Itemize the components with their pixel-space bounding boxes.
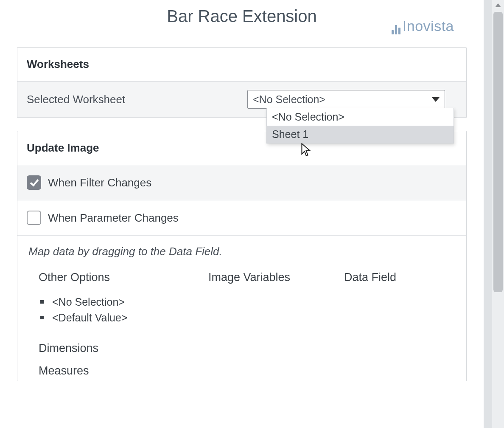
worksheet-option-sheet1[interactable]: Sheet 1 [267,126,454,143]
brand-bars-icon [392,23,400,34]
mapping-instruction: Map data by dragging to the Data Field. [17,236,466,261]
worksheets-header: Worksheets [17,48,466,82]
selected-worksheet-label: Selected Worksheet [27,93,247,106]
worksheets-panel: Worksheets Selected Worksheet <No Select… [17,47,467,118]
other-item-default-value[interactable]: <Default Value> [40,310,198,326]
worksheet-option-none[interactable]: <No Selection> [267,108,454,126]
measures-heading: Measures [28,358,198,381]
mapping-columns: Other Options <No Selection> <Default Va… [17,261,466,381]
scrollbar-track[interactable] [492,0,504,428]
param-changes-row[interactable]: When Parameter Changes [17,200,466,236]
header: Bar Race Extension Inovista [0,0,484,43]
other-options-list: <No Selection> <Default Value> [40,294,198,326]
window-right-edge [484,0,492,428]
dimensions-heading: Dimensions [28,336,198,358]
filter-changes-checkbox[interactable] [27,175,41,190]
worksheet-select[interactable]: <No Selection> [247,90,445,109]
brand-logo: Inovista [392,18,454,34]
chevron-down-icon [432,97,440,102]
other-item-no-selection[interactable]: <No Selection> [40,294,198,310]
filter-changes-label: When Filter Changes [48,176,151,189]
update-image-panel: Update Image When Filter Changes When Pa… [17,131,467,381]
param-changes-label: When Parameter Changes [48,211,179,225]
filter-changes-row[interactable]: When Filter Changes [17,165,466,200]
param-changes-checkbox[interactable] [27,211,41,225]
data-field-title: Data Field [334,264,455,291]
worksheet-select-value: <No Selection> [253,93,325,106]
selected-worksheet-row: Selected Worksheet <No Selection> <No Se… [17,82,466,118]
other-options-column: Other Options <No Selection> <Default Va… [28,264,198,381]
other-options-title: Other Options [28,264,198,291]
data-field-column: Data Field [334,264,455,381]
image-variables-column: Image Variables [198,264,334,381]
scrollbar-up-button[interactable] [492,0,504,10]
image-variables-title: Image Variables [198,264,334,291]
scrollbar-thumb[interactable] [493,12,503,292]
page-title: Bar Race Extension [102,4,382,26]
worksheet-dropdown: <No Selection> Sheet 1 [266,108,454,144]
brand-text: Inovista [403,18,454,34]
